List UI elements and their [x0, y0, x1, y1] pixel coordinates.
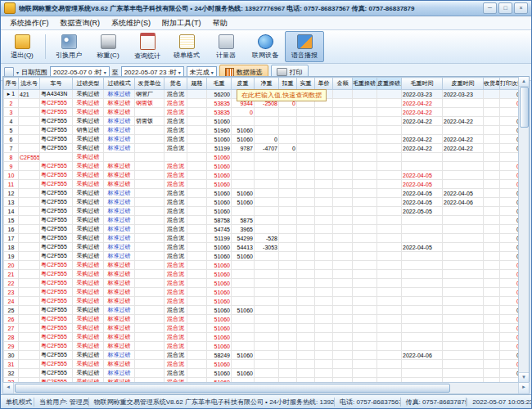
cell-车号[interactable]: 粤C2F555 — [40, 243, 73, 252]
cell-金额[interactable] — [333, 117, 353, 126]
cell-序号[interactable]: 18 — [4, 243, 19, 252]
cell-毛重[interactable]: 51060 — [207, 135, 232, 144]
cell-流水号[interactable] — [19, 180, 40, 189]
column-header-5[interactable]: 发货单位 — [135, 78, 165, 90]
cell-皮重操磅员[interactable] — [377, 135, 402, 144]
cell-皮重[interactable]: 51060 — [232, 126, 255, 135]
cell-扣重[interactable] — [279, 324, 297, 333]
cell-规格[interactable] — [187, 324, 207, 333]
cell-流水号[interactable] — [19, 162, 40, 171]
cell-流水号[interactable] — [19, 297, 40, 306]
cell-净重[interactable] — [255, 333, 279, 342]
cell-收货单位[interactable] — [484, 324, 500, 333]
toolbar-button-exit[interactable]: 退出(Q) — [2, 31, 42, 62]
cell-过磅模式[interactable]: 标准过磅 — [104, 252, 135, 261]
cell-货名[interactable]: 混合泥 — [165, 360, 187, 369]
cell-单价[interactable] — [315, 171, 333, 180]
cell-皮重时间[interactable] — [443, 207, 484, 216]
cell-净重[interactable] — [255, 180, 279, 189]
cell-毛重操磅员[interactable] — [353, 135, 377, 144]
cell-毛重[interactable]: 53835 — [207, 99, 232, 108]
table-row[interactable]: 32粤C2F555采购过磅标准过磅混合泥51060510600 — [4, 369, 521, 378]
cell-发货单位[interactable] — [135, 198, 165, 207]
table-row[interactable]: 31粤C2F555采购过磅标准过磅混合泥510600 — [4, 360, 521, 369]
cell-收货单位[interactable] — [484, 279, 500, 288]
column-header-2[interactable]: 车号 — [40, 78, 73, 90]
cell-毛重操磅员[interactable] — [353, 90, 377, 99]
cell-车号[interactable]: 粤C2F555 — [40, 144, 73, 153]
cell-毛重[interactable]: 51060 — [207, 243, 232, 252]
table-row[interactable]: 30粤C2F555采购过磅标准过磅混合泥58249510602022-04-06… — [4, 351, 521, 360]
scroll-up-arrow-icon[interactable]: ▲ — [519, 77, 529, 87]
cell-发货单位[interactable] — [135, 108, 165, 117]
cell-皮重操磅员[interactable] — [377, 351, 402, 360]
cell-收货单位[interactable] — [484, 144, 500, 153]
cell-发货单位[interactable] — [135, 162, 165, 171]
cell-单价[interactable] — [315, 351, 333, 360]
cell-规格[interactable] — [187, 180, 207, 189]
cell-毛重操磅员[interactable] — [353, 99, 377, 108]
cell-收货单位[interactable] — [484, 153, 500, 162]
cell-单价[interactable] — [315, 342, 333, 351]
cell-发货单位[interactable] — [135, 252, 165, 261]
cell-过磅类型[interactable]: 采购过磅 — [73, 108, 104, 117]
cell-序号[interactable]: 10 — [4, 171, 19, 180]
cell-皮重操磅员[interactable] — [377, 333, 402, 342]
cell-皮重操磅员[interactable] — [377, 225, 402, 234]
cell-皮重[interactable]: 3965 — [232, 225, 255, 234]
cell-规格[interactable] — [187, 360, 207, 369]
cell-毛重[interactable]: 51960 — [207, 126, 232, 135]
cell-皮重[interactable]: 5875 — [232, 216, 255, 225]
cell-过磅类型[interactable]: 采购过磅 — [73, 216, 104, 225]
cell-皮重操磅员[interactable] — [377, 288, 402, 297]
cell-车号[interactable]: 粤C2F555 — [40, 342, 73, 351]
cell-流水号[interactable] — [19, 342, 40, 351]
cell-金额[interactable] — [333, 234, 353, 243]
cell-皮重时间[interactable] — [443, 297, 484, 306]
cell-皮重[interactable] — [232, 153, 255, 162]
cell-实重[interactable] — [297, 126, 315, 135]
cell-货名[interactable]: 混合泥 — [165, 171, 187, 180]
toolbar-button-globe[interactable]: 联网设备 — [246, 31, 285, 62]
cell-皮重操磅员[interactable] — [377, 369, 402, 378]
cell-实重[interactable] — [297, 144, 315, 153]
table-row[interactable]: 12粤C2F555采购过磅标准过磅混合泥51060510602022-04-05… — [4, 189, 521, 198]
cell-规格[interactable] — [187, 252, 207, 261]
cell-毛重操磅员[interactable] — [353, 279, 377, 288]
cell-实重[interactable] — [297, 279, 315, 288]
cell-扣重[interactable] — [279, 261, 297, 270]
maximize-button[interactable]: □ — [498, 2, 512, 14]
cell-流水号[interactable] — [19, 243, 40, 252]
cell-金额[interactable] — [333, 297, 353, 306]
cell-流水号[interactable] — [19, 99, 40, 108]
cell-序号[interactable]: 20 — [4, 261, 19, 270]
cell-货名[interactable]: 混合泥 — [165, 99, 187, 108]
cell-皮重[interactable]: 51060 — [232, 189, 255, 198]
cell-发货单位[interactable] — [135, 135, 165, 144]
cell-过磅模式[interactable]: 标准过磅 — [104, 234, 135, 243]
vertical-scroll-thumb[interactable] — [520, 87, 529, 128]
cell-发货单位[interactable] — [135, 243, 165, 252]
cell-皮重时间[interactable] — [443, 324, 484, 333]
cell-毛重操磅员[interactable] — [353, 252, 377, 261]
cell-货名[interactable]: 混合泥 — [165, 117, 187, 126]
table-row[interactable]: 21粤C2F555采购过磅标准过磅混合泥510600 — [4, 270, 521, 279]
table-row[interactable]: 22粤C2F555采购过磅标准过磅混合泥510600 — [4, 279, 521, 288]
cell-毛重[interactable]: 51060 — [207, 315, 232, 324]
cell-货名[interactable]: 混合泥 — [165, 261, 187, 270]
cell-净重[interactable] — [255, 279, 279, 288]
cell-毛重时间[interactable] — [402, 270, 443, 279]
cell-过磅模式[interactable]: 标准过磅 — [104, 126, 135, 135]
cell-车号[interactable]: 粤C2F555 — [40, 270, 73, 279]
cell-序号[interactable]: 4 — [4, 117, 19, 126]
cell-序号[interactable]: 16 — [4, 225, 19, 234]
cell-皮重时间[interactable] — [443, 234, 484, 243]
cell-规格[interactable] — [187, 261, 207, 270]
cell-皮重[interactable] — [232, 117, 255, 126]
cell-单价[interactable] — [315, 333, 333, 342]
cell-发货单位[interactable] — [135, 261, 165, 270]
cell-皮重操磅员[interactable] — [377, 117, 402, 126]
cell-过磅类型[interactable]: 采购过磅 — [73, 90, 104, 99]
chevron-down-icon[interactable]: ▾ — [16, 70, 19, 75]
cell-流水号[interactable] — [19, 333, 40, 342]
